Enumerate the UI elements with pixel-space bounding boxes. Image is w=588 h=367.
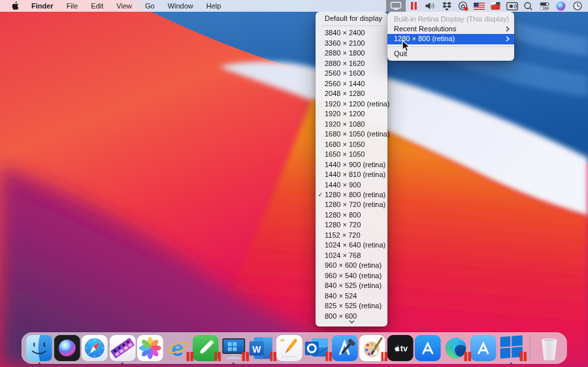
dock-photos-icon[interactable] [137,335,163,361]
resolution-item[interactable]: 840 × 525 (retina) [316,281,387,291]
resolution-label: 1152 × 720 [325,231,361,239]
resolution-label: 2880 × 1620 [325,59,365,67]
dock-trash-icon[interactable] [536,335,562,361]
dropbox-icon[interactable] [438,0,455,12]
menu-edit[interactable]: Edit [84,0,110,12]
resolution-item[interactable]: 1680 × 1050 [316,140,387,150]
dock-word-icon[interactable]: W [248,335,274,361]
resolution-item[interactable]: 1152 × 720 [316,231,387,240]
dock-apple-tv-icon[interactable]: tv [387,335,413,361]
volume-icon[interactable] [422,0,438,12]
resolution-label: 1280 × 720 [325,221,361,229]
resolution-item[interactable]: 1650 × 1050 [316,150,387,159]
svg-text:e: e [171,336,184,360]
dock-notes-green-icon[interactable] [193,335,219,361]
dock-pc-monitor-icon[interactable] [220,335,246,361]
resolution-item[interactable]: 825 × 525 (retina) [316,301,387,311]
mouse-cursor [402,40,411,53]
resolution-label: 1024 × 768 [325,251,361,259]
resolution-item[interactable]: 2880 × 1800 [316,48,387,58]
dock-paint-palette-icon[interactable] [359,335,385,361]
resolution-item[interactable]: 1024 × 768 [316,251,387,261]
spotlight-search-icon[interactable] [520,0,536,12]
red-app-icon[interactable] [487,0,504,12]
resolution-label: 1440 × 900 [325,181,361,189]
menu-item-label: Built-in Retina Display (This display) [394,14,509,24]
svg-text:W: W [252,344,261,355]
us-flag-icon[interactable] [471,0,487,12]
resolution-item[interactable]: 1680 × 1050 (retina) [316,129,387,139]
menu-view[interactable]: View [110,0,139,12]
menu-help[interactable]: Help [200,0,228,12]
resolution-label: 2560 × 1440 [325,80,365,88]
pause-badge [270,352,276,361]
dock-siri-icon[interactable] [54,335,80,361]
resolution-item[interactable]: 1280 × 720 (retina) [316,200,387,210]
resolution-label: 1920 × 1200 (retina) [325,100,389,108]
dock-xcode-icon[interactable] [331,335,357,361]
pause-icon[interactable] [406,0,422,12]
resolution-item[interactable]: ✓1280 × 800 (retina) [316,190,387,200]
resolution-label: 3360 × 2100 [325,39,365,47]
resolution-item[interactable]: 1024 × 640 (retina) [316,240,387,250]
resolution-item[interactable]: 2560 × 1440 [316,79,387,89]
menu-finder[interactable]: Finder [25,0,60,12]
resolution-item[interactable]: 1440 × 810 (retina) [316,170,387,180]
resolution-item[interactable]: 1280 × 720 [316,220,387,230]
menu-separator [321,25,382,26]
resolution-item[interactable]: 1920 × 1200 [316,109,387,119]
resolution-item[interactable]: 2048 × 1280 [316,89,387,99]
dock-safari-icon[interactable] [82,335,108,361]
menu-file[interactable]: File [60,0,85,12]
toggles-icon[interactable] [536,0,553,12]
siri-icon[interactable] [553,0,569,12]
resolution-item[interactable]: 840 × 524 [316,291,387,301]
resolution-label: 1280 × 720 (retina) [325,200,385,208]
menu-item-recent-resolutions[interactable]: Recent Resolutions [387,24,514,34]
dock-finder-icon[interactable] [26,335,52,361]
resolution-label: 1650 × 1050 [325,150,365,158]
menu-window[interactable]: Window [161,0,200,12]
resolution-item[interactable]: 2560 × 1600 [316,69,387,78]
svg-text:“: “ [280,337,284,347]
resolution-item[interactable]: 3360 × 2100 [316,39,387,48]
resolution-list: 3840 × 24003360 × 21002880 × 18002880 × … [316,28,387,321]
resolution-item[interactable]: 1920 × 1080 [316,120,387,129]
dock-internet-explorer-icon[interactable]: e [165,335,191,361]
resolution-label: 960 × 540 (retina) [325,272,382,279]
app-menu: Built-in Retina Display (This display) R… [387,12,514,61]
dock-app-store-alt-icon[interactable] [470,335,497,361]
resolution-label: 3840 × 2400 [325,29,365,37]
resolution-item[interactable]: 1440 × 900 [316,180,387,190]
resolution-item[interactable]: 1280 × 800 [316,210,387,220]
resolution-item[interactable]: 960 × 600 (retina) [316,261,387,270]
resolution-label: 840 × 524 [325,292,357,300]
dock-app-store-icon[interactable] [415,335,441,361]
dock-outlook-icon[interactable] [304,335,330,361]
resolution-item[interactable]: 3840 × 2400 [316,28,387,38]
resolution-item[interactable]: 2880 × 1620 [316,59,387,69]
resolution-item[interactable]: 1920 × 1200 (retina) [316,99,387,109]
resolution-label: 800 × 600 [325,312,357,320]
pause-badge [326,352,332,361]
dock-windows-icon[interactable] [498,335,524,361]
checkmark-icon: ✓ [318,190,323,200]
resolution-item[interactable]: 960 × 540 (retina) [316,271,387,281]
dock-pages-icon[interactable]: “ [276,335,302,361]
clock-icon[interactable] [569,0,585,12]
resolution-item[interactable]: 1440 × 900 (retina) [316,160,387,170]
cloud-home-icon[interactable] [455,0,471,12]
dock-separator [530,336,531,360]
display-resolution-menu-icon[interactable] [386,0,406,12]
menu-bar-left: Finder File Edit View Go Window Help [0,0,227,12]
dock-photo-booth-icon[interactable] [109,335,135,361]
pause-badge [215,352,221,361]
resolution-label: 1024 × 640 (retina) [325,241,385,249]
menu-item-default-for-display[interactable]: Default for display [316,14,387,24]
resolution-item[interactable]: 800 × 600 [316,311,387,321]
resolution-label: 1680 × 1050 [325,140,365,148]
screen-record-icon[interactable] [504,0,520,12]
apple-menu-icon[interactable] [5,1,25,10]
dock-edge-icon[interactable] [442,335,468,361]
menu-go[interactable]: Go [139,0,161,12]
